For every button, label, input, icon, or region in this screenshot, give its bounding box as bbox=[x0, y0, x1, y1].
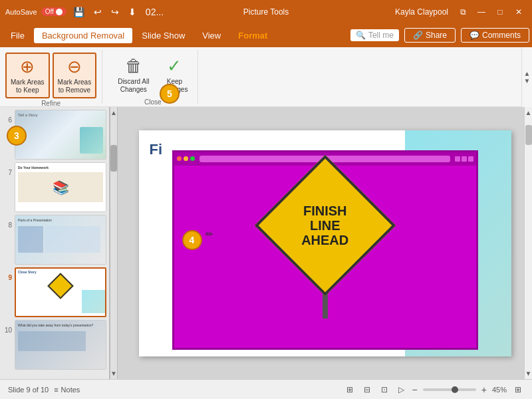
close-button[interactable]: ✕ bbox=[511, 5, 527, 19]
user-name: Kayla Claypool bbox=[395, 7, 448, 17]
share-icon: 🔗 bbox=[413, 31, 423, 40]
slide-num-10: 10 bbox=[3, 320, 12, 334]
normal-view-button[interactable]: ⊞ bbox=[344, 384, 356, 396]
mark-remove-label: Mark Areasto Remove bbox=[58, 78, 92, 94]
slide-thumb-9[interactable]: 9 Close Story bbox=[3, 267, 106, 317]
menu-view[interactable]: View bbox=[194, 28, 229, 43]
slide-panel-scrollbar[interactable]: ▲ ▼ bbox=[110, 107, 118, 379]
ribbon-buttons-close: 🗑 Discard AllChanges ✓ KeepChanges bbox=[113, 53, 192, 97]
browser-btn-1 bbox=[455, 156, 460, 162]
redo-icon[interactable]: ↪ bbox=[108, 5, 122, 19]
reading-view-button[interactable]: ⊡ bbox=[378, 384, 390, 396]
menu-format[interactable]: Format bbox=[230, 28, 275, 43]
toggle-circle bbox=[56, 9, 63, 15]
slide-title: Fi bbox=[150, 141, 163, 158]
search-placeholder: Tell me bbox=[368, 31, 394, 40]
sign-text: FINISHLINEAHEAD bbox=[301, 203, 348, 247]
sign-container: FINISHLINEAHEAD bbox=[269, 169, 382, 319]
undo-icon[interactable]: ↩ bbox=[91, 5, 104, 19]
titlebar-right: Kayla Claypool ⧉ — □ ✕ bbox=[395, 5, 527, 19]
step4-badge: 4 bbox=[182, 230, 202, 250]
browser-btn-3 bbox=[468, 156, 473, 162]
notes-icon: ≡ bbox=[54, 386, 58, 394]
ribbon-scroll-up[interactable]: ▲ bbox=[524, 70, 531, 77]
slide-thumb-7[interactable]: 7 Do Your Homework 📚 bbox=[3, 162, 106, 212]
slide-thumb-10[interactable]: 10 What did you take away from today's p… bbox=[3, 320, 106, 370]
restore-button[interactable]: ⧉ bbox=[455, 5, 471, 19]
discard-label: Discard AllChanges bbox=[118, 78, 149, 94]
discard-changes-button[interactable]: 🗑 Discard AllChanges bbox=[113, 53, 154, 97]
refine-group-label: Refine bbox=[41, 98, 61, 107]
slide-canvas[interactable]: Fi bbox=[139, 130, 511, 356]
statusbar: Slide 9 of 10 ≡ Notes ⊞ ⊟ ⊡ ▷ − + 45% ⊞ bbox=[0, 379, 532, 399]
slide-preview-9[interactable]: Close Story bbox=[15, 267, 106, 317]
canvas-area: Fi bbox=[118, 107, 532, 379]
notes-area[interactable]: ≡ Notes bbox=[54, 386, 80, 394]
ribbon: ⊕ Mark Areasto Keep ⊖ Mark Areasto Remov… bbox=[0, 47, 532, 107]
fit-button[interactable]: ⊞ bbox=[512, 384, 524, 396]
slide-num-6: 6 bbox=[3, 110, 12, 124]
scroll-thumb[interactable] bbox=[110, 145, 117, 172]
mark-areas-keep-button[interactable]: ⊕ Mark Areasto Keep bbox=[5, 53, 50, 98]
slide-preview-10[interactable]: What did you take away from today's pres… bbox=[15, 320, 106, 370]
browser-btn-2 bbox=[462, 156, 467, 162]
mark-keep-icon: ⊕ bbox=[20, 57, 35, 77]
more-options-icon[interactable]: ⬇ bbox=[126, 5, 139, 19]
main-area: 6 Tell a Story 7 Do Your Homework 📚 bbox=[0, 107, 532, 379]
slide-preview-6[interactable]: Tell a Story bbox=[15, 110, 106, 160]
zoom-slider[interactable] bbox=[423, 388, 476, 391]
browser-dot-1 bbox=[177, 156, 182, 161]
slide-preview-8[interactable]: Parts of a Presentation bbox=[15, 215, 106, 265]
autosave-toggle[interactable]: Off bbox=[41, 7, 66, 16]
menu-background-removal[interactable]: Background Removal bbox=[34, 28, 132, 43]
browser-controls bbox=[455, 156, 473, 162]
ribbon-group-close: 🗑 Discard AllChanges ✓ KeepChanges Close bbox=[108, 50, 198, 104]
ribbon-group-refine: ⊕ Mark Areasto Keep ⊖ Mark Areasto Remov… bbox=[0, 50, 102, 104]
menu-slideshow[interactable]: Slide Show bbox=[134, 28, 193, 43]
slide-num-9: 9 bbox=[3, 267, 12, 281]
browser-dot-3 bbox=[190, 156, 195, 161]
grid-view-button[interactable]: ⊟ bbox=[361, 384, 373, 396]
step3-badge: 3 bbox=[7, 126, 27, 146]
image-container[interactable]: FINISHLINEAHEAD bbox=[172, 150, 478, 350]
canvas-scrollbar[interactable]: ▲ ▼ bbox=[524, 107, 532, 379]
slide-preview-7[interactable]: Do Your Homework 📚 bbox=[15, 162, 106, 212]
canvas-scroll-thumb[interactable] bbox=[525, 125, 532, 145]
comments-icon: 💬 bbox=[469, 31, 479, 40]
mark-areas-remove-button[interactable]: ⊖ Mark Areasto Remove bbox=[53, 53, 97, 98]
maximize-button[interactable]: □ bbox=[492, 5, 508, 19]
keep-icon: ✓ bbox=[167, 56, 182, 76]
menu-right: 🔍 Tell me 🔗 Share 💬 Comments bbox=[350, 28, 529, 43]
save-icon[interactable]: 💾 bbox=[70, 5, 87, 19]
search-icon: 🔍 bbox=[356, 31, 366, 40]
slide-thumb-8[interactable]: 8 Parts of a Presentation bbox=[3, 215, 106, 265]
slide-content: Fi bbox=[139, 130, 511, 356]
mark-remove-icon: ⊖ bbox=[67, 57, 82, 77]
close-group-label: Close bbox=[144, 97, 162, 106]
ribbon-scroll[interactable]: ▲ ▼ bbox=[521, 47, 532, 107]
minimize-button[interactable]: — bbox=[473, 5, 489, 19]
ribbon-buttons-refine: ⊕ Mark Areasto Keep ⊖ Mark Areasto Remov… bbox=[5, 53, 96, 98]
zoom-thumb bbox=[452, 386, 458, 393]
canvas-scroll-down[interactable]: ▼ bbox=[523, 368, 532, 379]
zoom-in-button[interactable]: + bbox=[481, 384, 487, 395]
menu-file[interactable]: File bbox=[3, 28, 33, 43]
slideshow-view-button[interactable]: ▷ bbox=[396, 384, 407, 396]
notes-label[interactable]: Notes bbox=[61, 386, 80, 394]
comments-button[interactable]: 💬 Comments bbox=[461, 28, 529, 43]
sign-diamond: FINISHLINEAHEAD bbox=[254, 154, 395, 295]
canvas-scroll-up[interactable]: ▲ bbox=[523, 107, 532, 118]
slide-num-8: 8 bbox=[3, 215, 12, 229]
statusbar-right: ⊞ ⊟ ⊡ ▷ − + 45% ⊞ bbox=[344, 384, 524, 396]
slide-num-7: 7 bbox=[3, 162, 12, 176]
slide-panel[interactable]: 6 Tell a Story 7 Do Your Homework 📚 bbox=[0, 107, 110, 379]
zoom-out-button[interactable]: − bbox=[412, 384, 418, 395]
search-box[interactable]: 🔍 Tell me bbox=[350, 29, 399, 41]
share-button[interactable]: 🔗 Share bbox=[404, 28, 456, 43]
file-name: 02... bbox=[143, 5, 166, 19]
ribbon-scroll-down[interactable]: ▼ bbox=[524, 77, 531, 84]
autosave-state: Off bbox=[45, 8, 54, 15]
autosave-label: AutoSave bbox=[5, 8, 37, 16]
titlebar-left: AutoSave Off 💾 ↩ ↪ ⬇ 02... bbox=[5, 5, 166, 19]
step5-badge: 5 bbox=[160, 84, 180, 104]
